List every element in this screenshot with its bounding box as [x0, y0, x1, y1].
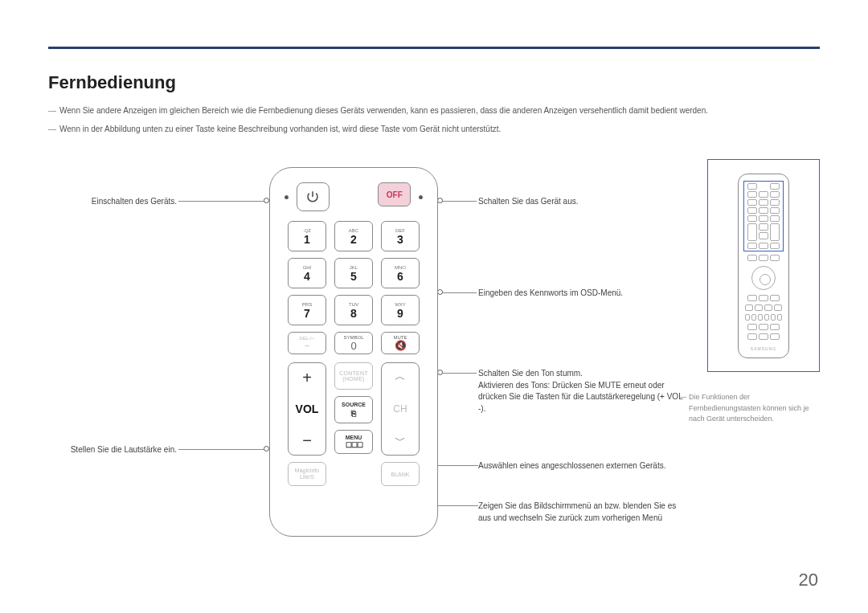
plus-icon: +	[302, 370, 312, 386]
off-button: OFF	[378, 182, 411, 206]
keypad-4: GHI4	[288, 258, 326, 288]
leader-dot	[264, 198, 269, 203]
ch-label: CH	[393, 403, 407, 415]
channel-rocker: ︿ CH ﹀	[381, 362, 420, 456]
remote-illustration: OFF .QZ1 ABC2 DEF3 GHI4 JKL5 MNO6 PRS7 T…	[269, 167, 438, 537]
source-button: SOURCE ⎘	[334, 396, 373, 423]
leader-dot	[437, 289, 443, 295]
power-button	[297, 182, 330, 211]
magicinfo-button: MagicInfo Lite/S	[288, 462, 326, 486]
mute-icon: 🔇	[395, 340, 407, 351]
mini-highlight-section	[743, 181, 784, 251]
leader-line	[440, 201, 477, 202]
minus-icon: −	[302, 432, 312, 448]
menu-button: MENU ☐☐☐	[334, 430, 373, 454]
keypad-8: TUV8	[334, 295, 373, 325]
dash-icon: ―	[679, 392, 689, 425]
callout-power-on: Einschalten des Geräts.	[48, 196, 177, 208]
leader-dot	[437, 198, 443, 203]
volume-rocker: + VOL −	[288, 362, 326, 456]
mini-remote: SAMSUNG	[738, 174, 789, 358]
page-number: 20	[799, 570, 818, 591]
callout-power-off: Schalten Sie das Gerät aus.	[478, 196, 687, 208]
ir-dot	[419, 195, 423, 199]
sidebar-remote-overview: SAMSUNG	[707, 159, 820, 372]
intro-note-text: Wenn in der Abbildung unten zu einer Tas…	[59, 123, 501, 135]
keypad-5: JKL5	[334, 258, 373, 288]
page-top-rule	[48, 47, 820, 49]
intro-note: ― Wenn in der Abbildung unten zu einer T…	[48, 123, 820, 135]
off-label: OFF	[387, 190, 403, 199]
keypad-3: DEF3	[381, 221, 420, 251]
del-button: DEL-/--−	[288, 332, 326, 354]
chevron-down-icon: ﹀	[395, 434, 406, 448]
keypad-2: ABC2	[334, 221, 373, 251]
page-title: Fernbedienung	[48, 72, 820, 93]
content-home-button: CONTENT (HOME)	[334, 362, 373, 390]
keypad-7: PRS7	[288, 295, 326, 325]
keypad-1: .QZ1	[288, 221, 326, 251]
sidebar-note: ― Die Funktionen der Fernbedienungstaste…	[679, 392, 820, 425]
power-icon	[305, 190, 320, 204]
callout-volume: Stellen Sie die Lautstärke ein.	[48, 444, 177, 456]
leader-dot	[437, 370, 443, 375]
keypad-0: SYMBOL0	[334, 332, 373, 354]
chevron-up-icon: ︿	[395, 370, 406, 384]
leader-line	[178, 449, 265, 450]
brand-label: SAMSUNG	[751, 346, 776, 351]
intro-note: ― Wenn Sie andere Anzeigen im gleichen B…	[48, 104, 820, 116]
menu-icon: ☐☐☐	[346, 441, 362, 449]
leader-line	[440, 373, 477, 374]
sidebar-note-text: Die Funktionen der Fernbedienungstasten …	[689, 392, 820, 425]
leader-dot	[264, 446, 269, 452]
blank-button: BLANK	[381, 462, 420, 486]
dash-icon: ―	[48, 123, 59, 135]
callout-source: Auswählen eines angeschlossenen externen…	[478, 460, 687, 472]
mute-button: MUTE🔇	[381, 332, 420, 354]
callout-menu: Zeigen Sie das Bildschirmmenü an bzw. bl…	[478, 501, 687, 524]
vol-label: VOL	[296, 403, 319, 415]
source-icon: ⎘	[351, 409, 356, 418]
callout-mute: Schalten Sie den Ton stumm. Aktivieren d…	[478, 368, 687, 415]
callout-keypad: Eingeben des Kennworts im OSD-Menü.	[478, 288, 687, 300]
intro-note-text: Wenn Sie andere Anzeigen im gleichen Ber…	[59, 104, 708, 116]
mini-dpad	[751, 266, 776, 290]
ir-dot	[285, 195, 289, 199]
keypad-6: MNO6	[381, 258, 420, 288]
keypad-9: WXY9	[381, 295, 420, 325]
dash-icon: ―	[48, 104, 59, 116]
leader-line	[178, 201, 265, 202]
leader-line	[440, 292, 477, 293]
